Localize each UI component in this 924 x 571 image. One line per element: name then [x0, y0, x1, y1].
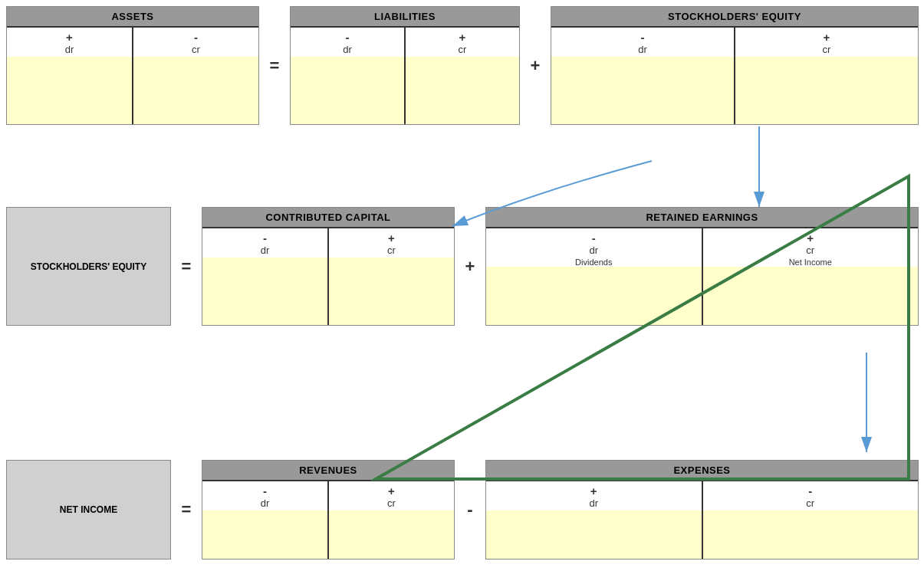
se-right: + cr	[735, 28, 918, 124]
se-label: STOCKHOLDERS' EQUITY	[6, 207, 171, 326]
row3: NET INCOME = REVENUES - dr + cr -	[6, 460, 919, 560]
rev-right-area	[329, 510, 454, 559]
assets-left-area	[7, 57, 132, 124]
re-dr: dr	[589, 244, 598, 258]
se-left-area	[551, 57, 734, 124]
cc-right: + cr	[329, 228, 454, 325]
rev-header: REVENUES	[202, 461, 454, 481]
liabilities-left-area	[291, 57, 404, 124]
se-cr: cr	[823, 44, 831, 57]
assets-left-sign: +	[66, 28, 73, 44]
liabilities-header: LIABILITIES	[291, 7, 519, 28]
liabilities-left: - dr	[291, 28, 406, 124]
re-left: - dr Dividends	[486, 228, 703, 325]
liabilities-body: - dr + cr	[291, 28, 519, 124]
minus3: -	[455, 500, 485, 520]
se-dr: dr	[638, 44, 647, 57]
exp-right-sign: -	[808, 481, 812, 497]
exp-left-sign: +	[590, 481, 597, 497]
cc-left-area	[202, 258, 327, 325]
re-right: + cr Net Income	[703, 228, 919, 325]
assets-right-sign: -	[194, 28, 198, 44]
plus1: +	[520, 56, 551, 76]
assets-cr: cr	[192, 44, 200, 57]
rev-right-sign: +	[388, 481, 395, 497]
liabilities-dr: dr	[343, 44, 352, 57]
exp-cr: cr	[806, 497, 814, 510]
se-right-area	[735, 57, 918, 124]
assets-header: ASSETS	[7, 7, 258, 28]
re-right-sign: +	[807, 228, 814, 244]
liabilities-left-sign: -	[346, 28, 350, 44]
assets-right: - cr	[133, 28, 258, 124]
cc-cr: cr	[387, 244, 396, 258]
exp-body: + dr - cr	[486, 481, 918, 559]
rev-tbox: REVENUES - dr + cr	[202, 460, 455, 560]
diagram-container: ASSETS + dr - cr = LIABILITIES	[0, 0, 924, 571]
assets-body: + dr - cr	[7, 28, 258, 124]
se-header: STOCKHOLDERS' EQUITY	[551, 7, 918, 28]
exp-tbox: EXPENSES + dr - cr	[485, 460, 919, 560]
liabilities-tbox: LIABILITIES - dr + cr	[290, 6, 520, 125]
cc-tbox: CONTRIBUTED CAPITAL - dr + cr	[202, 207, 455, 326]
cc-left-sign: -	[263, 228, 267, 244]
exp-left-area	[486, 510, 702, 559]
cc-dr: dr	[261, 244, 270, 258]
assets-right-area	[133, 57, 258, 124]
exp-right: - cr	[703, 481, 919, 559]
liabilities-right-area	[406, 57, 519, 124]
rev-left-sign: -	[263, 481, 267, 497]
assets-tbox: ASSETS + dr - cr	[6, 6, 259, 125]
eq1: =	[259, 56, 290, 76]
exp-right-area	[703, 510, 919, 559]
exp-header: EXPENSES	[486, 461, 918, 481]
se-left: - dr	[551, 28, 735, 124]
re-dividends: Dividends	[575, 258, 612, 267]
rev-dr: dr	[261, 497, 270, 510]
eq3: =	[171, 500, 202, 520]
rev-right: + cr	[329, 481, 454, 559]
row2: STOCKHOLDERS' EQUITY = CONTRIBUTED CAPIT…	[6, 207, 919, 326]
rev-cr: cr	[387, 497, 396, 510]
plus2: +	[455, 257, 485, 277]
re-net-income: Net Income	[789, 258, 832, 267]
rev-left-area	[202, 510, 327, 559]
se-tbox: STOCKHOLDERS' EQUITY - dr + cr	[551, 6, 919, 125]
cc-right-area	[329, 258, 454, 325]
cc-body: - dr + cr	[202, 228, 454, 325]
re-left-sign: -	[592, 228, 596, 244]
rev-left: - dr	[202, 481, 329, 559]
rev-body: - dr + cr	[202, 481, 454, 559]
re-left-area	[486, 267, 702, 325]
assets-dr: dr	[65, 44, 74, 57]
re-body: - dr Dividends + cr Net Income	[486, 228, 918, 325]
liabilities-right: + cr	[406, 28, 519, 124]
assets-left: + dr	[7, 28, 133, 124]
se-left-sign: -	[641, 28, 645, 44]
eq2: =	[171, 257, 202, 277]
exp-left: + dr	[486, 481, 703, 559]
liabilities-right-sign: +	[459, 28, 466, 44]
cc-header: CONTRIBUTED CAPITAL	[202, 208, 454, 228]
cc-right-sign: +	[388, 228, 395, 244]
re-tbox: RETAINED EARNINGS - dr Dividends + cr Ne…	[485, 207, 919, 326]
se-body: - dr + cr	[551, 28, 918, 124]
row1: ASSETS + dr - cr = LIABILITIES	[6, 6, 919, 125]
ni-label: NET INCOME	[6, 460, 171, 560]
re-right-area	[703, 267, 919, 325]
re-cr: cr	[806, 244, 814, 258]
re-header: RETAINED EARNINGS	[486, 208, 918, 228]
exp-dr: dr	[589, 497, 598, 510]
liabilities-cr: cr	[459, 44, 467, 57]
se-right-sign: +	[824, 28, 830, 44]
cc-left: - dr	[202, 228, 329, 325]
